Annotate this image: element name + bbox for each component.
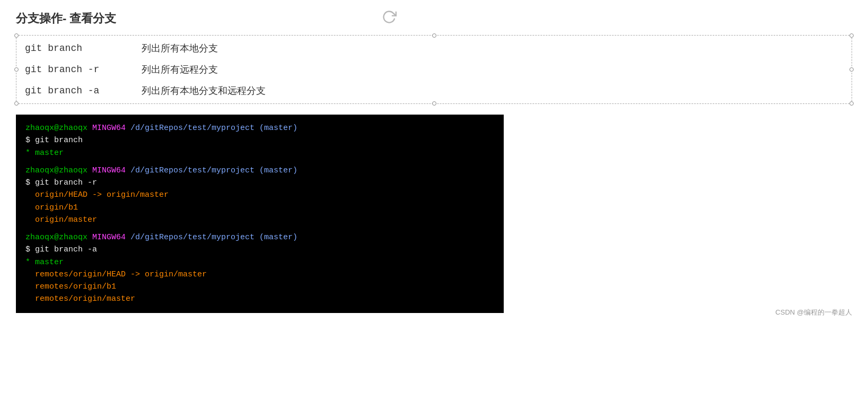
terminal-output-line: * master <box>25 147 494 159</box>
terminal-command: $ git branch -a <box>25 244 494 256</box>
handle-bot-mid[interactable] <box>432 101 436 106</box>
terminal-output-line: remotes/origin/master <box>25 293 494 305</box>
command-cell: git branch <box>16 38 133 59</box>
command-cell: git branch -r <box>16 59 133 80</box>
handle-top-left[interactable] <box>14 33 19 38</box>
description-cell: 列出所有远程分支 <box>133 59 852 80</box>
terminal-prompt: zhaoqx@zhaoqx MINGW64 /d/gitRepos/test/m… <box>25 122 494 134</box>
refresh-icon <box>382 10 397 27</box>
command-table: git branch列出所有本地分支git branch -r列出所有远程分支g… <box>16 38 852 101</box>
command-cell: git branch -a <box>16 80 133 101</box>
terminal-prompt: zhaoqx@zhaoqx MINGW64 /d/gitRepos/test/m… <box>25 164 494 177</box>
terminal-output-line: origin/master <box>25 214 494 226</box>
terminal-output-line: origin/HEAD -> origin/master <box>25 189 494 201</box>
terminal-block: zhaoqx@zhaoqx MINGW64 /d/gitRepos/test/m… <box>16 115 504 313</box>
terminal-command: $ git branch <box>25 134 494 146</box>
terminal-output-line: * master <box>25 256 494 268</box>
table-row: git branch列出所有本地分支 <box>16 38 852 59</box>
handle-bot-right[interactable] <box>849 101 854 106</box>
terminal-output-line: origin/b1 <box>25 202 494 214</box>
page-title: 分支操作- 查看分支 <box>16 11 852 27</box>
handle-bot-left[interactable] <box>14 101 19 106</box>
description-cell: 列出所有本地分支 <box>133 38 852 59</box>
terminal-output-line: remotes/origin/HEAD -> origin/master <box>25 268 494 281</box>
handle-mid-left[interactable] <box>14 67 19 72</box>
handle-mid-right[interactable] <box>849 67 854 72</box>
terminal-prompt: zhaoqx@zhaoqx MINGW64 /d/gitRepos/test/m… <box>25 231 494 244</box>
terminal-output-line: remotes/origin/b1 <box>25 281 494 293</box>
handle-top-right[interactable] <box>849 33 854 38</box>
command-table-container: git branch列出所有本地分支git branch -r列出所有远程分支g… <box>16 35 852 104</box>
terminal-command: $ git branch -r <box>25 177 494 189</box>
description-cell: 列出所有本地分支和远程分支 <box>133 80 852 101</box>
handle-top-mid[interactable] <box>432 33 436 38</box>
table-row: git branch -r列出所有远程分支 <box>16 59 852 80</box>
table-row: git branch -a列出所有本地分支和远程分支 <box>16 80 852 101</box>
watermark: CSDN @编程的一拳超人 <box>775 308 852 317</box>
